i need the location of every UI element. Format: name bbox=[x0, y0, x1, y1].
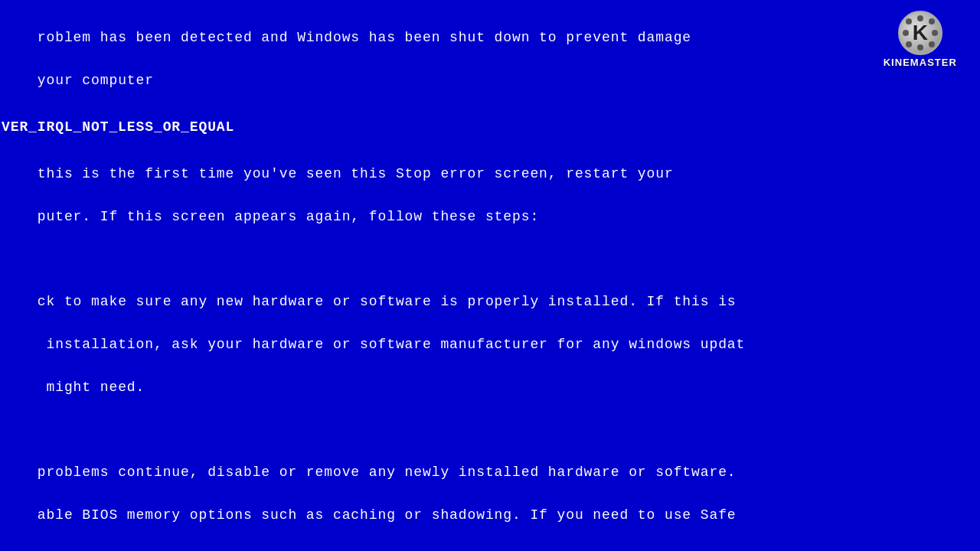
para2-line3: might need. bbox=[38, 380, 145, 395]
dot-right bbox=[932, 30, 938, 36]
para2-line2: installation, ask your hardware or softw… bbox=[38, 337, 745, 352]
line2: your computer bbox=[38, 73, 154, 88]
dot-bottom bbox=[917, 44, 923, 51]
para3-line1: problems continue, disable or remove any… bbox=[38, 465, 737, 480]
dot-bottomright bbox=[929, 41, 935, 47]
dot-top bbox=[917, 15, 923, 21]
para3-line2: able BIOS memory options such as caching… bbox=[38, 507, 737, 523]
error-code: VER_IRQL_NOT_LESS_OR_EQUAL bbox=[0, 116, 980, 139]
dot-topleft bbox=[906, 18, 912, 24]
kinemaster-logo-circle bbox=[898, 11, 942, 55]
kinemaster-label: KINEMASTER bbox=[884, 57, 957, 68]
bsod-paragraphs: this is the first time you've seen this … bbox=[0, 142, 980, 551]
para1-line2: puter. If this screen appears again, fol… bbox=[38, 209, 539, 224]
dot-left bbox=[903, 30, 909, 36]
para2-line1: ck to make sure any new hardware or soft… bbox=[38, 294, 737, 309]
dot-topright bbox=[929, 18, 935, 24]
para1-line1: this is the first time you've seen this … bbox=[38, 166, 674, 181]
dot-bottomleft bbox=[906, 41, 912, 47]
kinemaster-watermark: KINEMASTER bbox=[884, 11, 957, 68]
bsod-content: roblem has been detected and Windows has… bbox=[0, 6, 980, 112]
bsod-screen: roblem has been detected and Windows has… bbox=[0, 0, 980, 551]
line1: roblem has been detected and Windows has… bbox=[38, 30, 691, 45]
